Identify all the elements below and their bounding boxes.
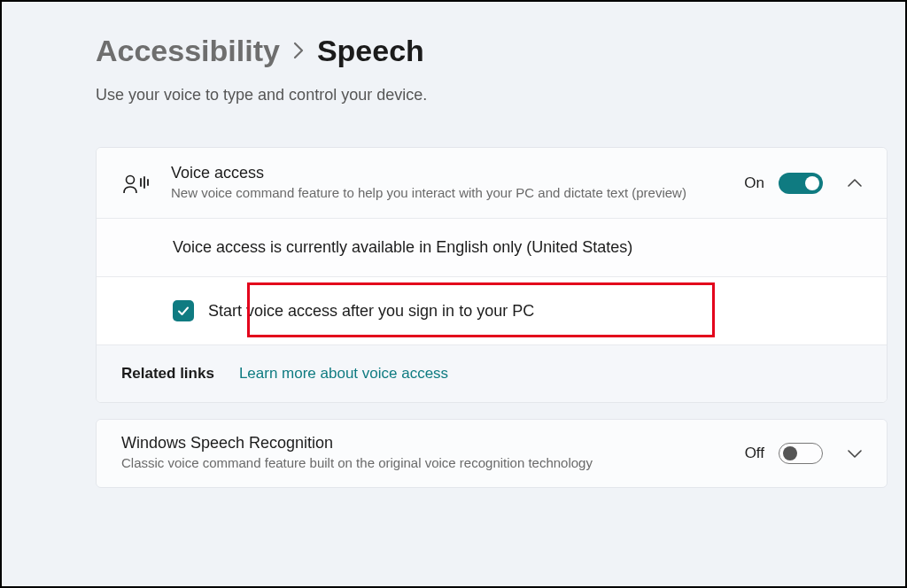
chevron-down-icon[interactable] [842,448,867,459]
breadcrumb-parent[interactable]: Accessibility [96,34,280,68]
start-after-signin-label: Start voice access after you sign in to … [208,302,534,321]
speech-recognition-desc: Classic voice command feature built on t… [121,454,725,472]
page-title: Speech [317,34,424,68]
speech-recognition-title: Windows Speech Recognition [121,434,725,453]
speech-recognition-header[interactable]: Windows Speech Recognition Classic voice… [97,420,887,486]
svg-point-0 [127,175,135,183]
speech-recognition-card: Windows Speech Recognition Classic voice… [96,419,888,487]
voice-access-icon [121,168,151,198]
start-after-signin-checkbox[interactable] [173,300,194,321]
voice-access-title: Voice access [171,164,725,182]
chevron-right-icon [292,37,305,66]
voice-access-desc: New voice command feature to help you in… [171,184,725,202]
voice-access-toggle[interactable] [779,173,823,194]
breadcrumb: Accessibility Speech [2,34,905,68]
related-links-row: Related links Learn more about voice acc… [97,344,887,402]
page-subtitle: Use your voice to type and control your … [2,86,905,104]
learn-more-link[interactable]: Learn more about voice access [239,365,448,383]
related-links-label: Related links [121,365,214,383]
voice-access-toggle-label: On [744,174,764,192]
speech-recognition-toggle-label: Off [745,445,764,462]
voice-access-availability-note: Voice access is currently available in E… [97,218,887,276]
voice-access-header[interactable]: Voice access New voice command feature t… [97,148,887,218]
chevron-up-icon[interactable] [842,178,867,189]
speech-recognition-toggle[interactable] [779,443,823,464]
voice-access-card: Voice access New voice command feature t… [96,147,888,403]
start-after-signin-row: Start voice access after you sign in to … [97,276,887,344]
